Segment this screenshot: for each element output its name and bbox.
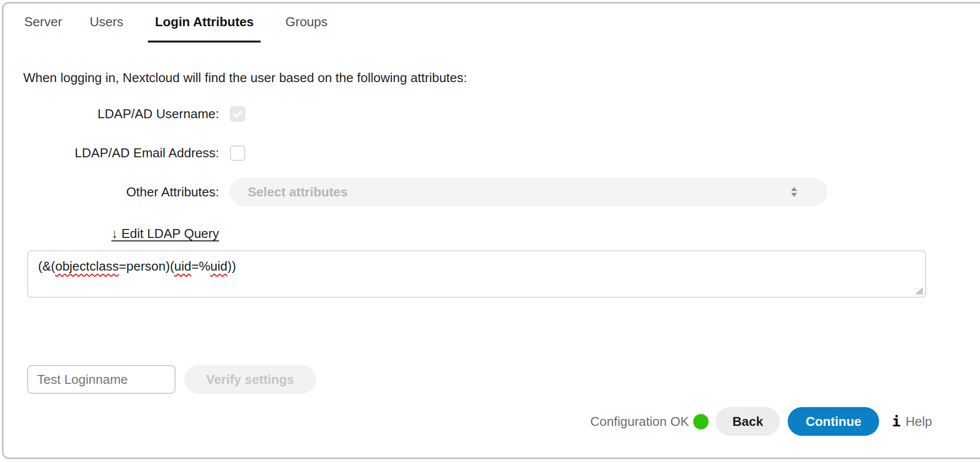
resize-handle-icon[interactable] [914, 285, 924, 295]
ldap-query-textarea[interactable]: (&(objectclass=person)(uid=%uid)) [27, 250, 926, 298]
tab-users[interactable]: Users [87, 13, 127, 41]
configuration-status-label: Configuration OK [590, 414, 689, 429]
email-label: LDAP/AD Email Address: [22, 145, 219, 161]
wizard-tabs: Server Users Login Attributes Groups [3, 3, 980, 43]
continue-button[interactable]: Continue [788, 407, 879, 436]
username-label: LDAP/AD Username: [22, 106, 219, 122]
wizard-footer: Configuration OK Back Continue i Help [590, 407, 932, 436]
other-attributes-select[interactable]: Select attributes [230, 178, 827, 206]
status-dot [693, 414, 709, 429]
tab-groups[interactable]: Groups [282, 13, 330, 41]
tab-login-attributes[interactable]: Login Attributes [148, 13, 261, 43]
test-loginname-input[interactable] [27, 365, 176, 394]
tab-server[interactable]: Server [21, 13, 65, 41]
back-button[interactable]: Back [715, 407, 780, 436]
login-attribute-rows: LDAP/AD Username: LDAP/AD Email Address: [22, 106, 980, 206]
intro-text: When logging in, Nextcloud will find the… [23, 70, 980, 86]
other-attributes-row: Other Attributes: Select attributes [22, 178, 980, 206]
sort-arrows-icon [790, 186, 799, 198]
username-checkbox[interactable] [230, 106, 245, 122]
username-row: LDAP/AD Username: [22, 106, 980, 122]
ldap-wizard-card: Server Users Login Attributes Groups Whe… [2, 2, 980, 459]
checkmark-icon [232, 108, 243, 120]
ldap-query-text: (&(objectclass=person)(uid=%uid)) [38, 259, 236, 274]
test-login-row: Verify settings [27, 365, 980, 394]
email-row: LDAP/AD Email Address: [22, 145, 980, 161]
down-arrow-icon: ↓ [111, 226, 118, 241]
email-checkbox[interactable] [230, 145, 245, 161]
help-link[interactable]: Help [906, 414, 932, 429]
other-attributes-label: Other Attributes: [22, 185, 219, 200]
verify-settings-button[interactable]: Verify settings [184, 365, 316, 394]
info-icon: i [892, 413, 900, 430]
edit-ldap-query-link[interactable]: ↓ Edit LDAP Query [111, 226, 219, 241]
select-placeholder: Select attributes [248, 185, 348, 200]
